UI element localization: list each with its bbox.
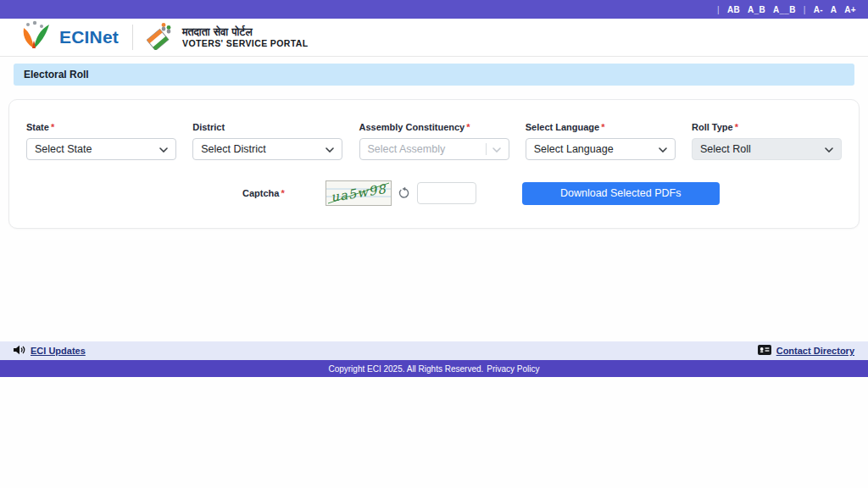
copyright-text: Copyright ECI 2025. All Rights Reserved. [328, 364, 483, 374]
contact-directory-label: Contact Directory [776, 346, 854, 356]
ecinet-logo-link[interactable]: ECINet [15, 20, 119, 54]
toolbar-divider: | [717, 5, 720, 14]
state-label: State* [26, 122, 176, 132]
accessibility-toolbar: | AB A_B A__B | A- A A+ [0, 0, 868, 19]
required-mark: * [51, 122, 54, 132]
form-fields-row: State* Select State District Select Dist… [26, 122, 842, 160]
speaker-icon [14, 343, 25, 358]
header: ECINet मतदाता सेवा पोर्टल VOTERS' SERVIC… [0, 19, 868, 57]
page-title: Electoral Roll [24, 69, 89, 80]
chevron-down-icon [492, 143, 501, 155]
eci-updates-link[interactable]: ECI Updates [14, 343, 86, 358]
privacy-policy-link[interactable]: Privacy Policy [487, 364, 539, 374]
electoral-roll-form: State* Select State District Select Dist… [8, 99, 860, 229]
contrast-option-3[interactable]: A__B [773, 5, 796, 14]
assembly-select-value: Select Assembly [368, 143, 446, 155]
eci-updates-label: ECI Updates [31, 346, 86, 356]
font-normal-button[interactable]: A [831, 5, 837, 14]
required-mark: * [281, 188, 284, 198]
language-select-value: Select Language [534, 143, 614, 155]
brand-name: ECINet [59, 27, 119, 47]
portal-title-hindi: मतदाता सेवा पोर्टल [182, 25, 309, 39]
contact-directory-link[interactable]: Contact Directory [758, 343, 854, 358]
captcha-input[interactable] [417, 182, 476, 204]
ecinet-logo-icon [15, 20, 53, 54]
language-select[interactable]: Select Language [526, 138, 676, 160]
chevron-down-icon [159, 143, 168, 155]
required-mark: * [466, 122, 470, 132]
language-label: Select Language* [526, 122, 676, 132]
roll-type-field: Roll Type* Select Roll [692, 122, 842, 160]
download-pdfs-button[interactable]: Download Selected PDFs [522, 182, 720, 205]
state-field: State* Select State [26, 122, 176, 160]
district-label: District [192, 122, 342, 132]
captcha-image: ua5w98 [326, 180, 392, 206]
eci-ballot-icon [147, 21, 174, 53]
language-field: Select Language* Select Language [526, 122, 676, 160]
state-select-value: Select State [35, 143, 92, 155]
district-select[interactable]: Select District [192, 138, 342, 160]
captcha-refresh-button[interactable] [398, 187, 410, 200]
select-divider [486, 143, 487, 155]
assembly-field: Assembly Constituency* Select Assembly [359, 122, 509, 160]
voters-portal-logo-link[interactable]: मतदाता सेवा पोर्टल VOTERS' SERVICE PORTA… [147, 21, 309, 53]
roll-type-select-value: Select Roll [700, 143, 751, 155]
contrast-option-2[interactable]: A_B [748, 5, 765, 14]
district-field: District Select District [192, 122, 342, 160]
required-mark: * [601, 122, 604, 132]
portal-title-english: VOTERS' SERVICE PORTAL [182, 38, 309, 49]
state-select[interactable]: Select State [26, 138, 176, 160]
roll-type-label: Roll Type* [692, 122, 842, 132]
footer-links-bar: ECI Updates Contact Directory [0, 341, 868, 360]
toolbar-divider: | [804, 5, 806, 14]
copyright-bar: Copyright ECI 2025. All Rights Reserved.… [0, 360, 868, 377]
captcha-row: Captcha* ua5w98 Download Selected PDFs [26, 180, 842, 206]
font-decrease-button[interactable]: A- [814, 5, 823, 14]
font-increase-button[interactable]: A+ [844, 5, 856, 14]
chevron-down-icon [326, 143, 334, 155]
district-select-value: Select District [201, 143, 265, 155]
assembly-label: Assembly Constituency* [359, 122, 509, 132]
contrast-option-1[interactable]: AB [727, 5, 740, 14]
required-mark: * [735, 122, 738, 132]
captcha-label: Captcha* [242, 188, 285, 198]
roll-type-select[interactable]: Select Roll [692, 138, 842, 160]
assembly-select[interactable]: Select Assembly [359, 138, 509, 160]
chevron-down-icon [659, 143, 667, 155]
contact-card-icon [758, 343, 771, 358]
page-banner: Electoral Roll [14, 64, 854, 86]
footer: ECI Updates Contact Directory Copyright … [0, 341, 868, 377]
chevron-down-icon [825, 143, 833, 155]
header-divider [132, 25, 133, 50]
